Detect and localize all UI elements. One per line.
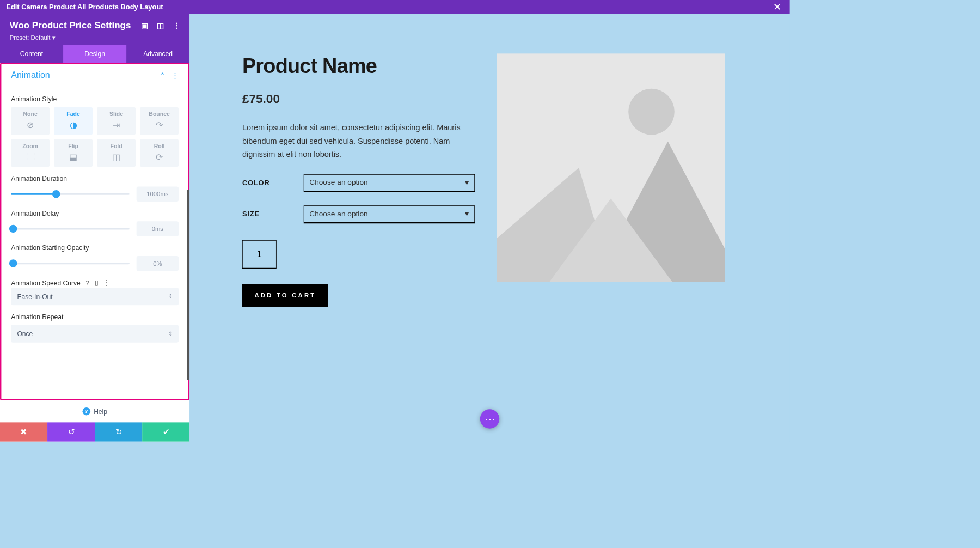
duration-slider[interactable]	[11, 193, 130, 195]
size-select[interactable]: Choose an option ▾	[304, 205, 475, 223]
select-caret-icon: ⇕	[168, 293, 173, 299]
settings-tabs: Content Design Advanced	[0, 45, 189, 63]
product-preview: Product Name £75.00 Lorem ipsum dolor si…	[189, 14, 790, 442]
speed-curve-label: Animation Speed Curve	[11, 279, 81, 287]
repeat-select[interactable]: Once ⇕	[11, 325, 179, 342]
tab-advanced[interactable]: Advanced	[126, 45, 189, 63]
window-titlebar: Edit Camera Product All Products Body La…	[0, 0, 790, 14]
color-placeholder: Choose an option	[309, 178, 367, 187]
speed-curve-value: Ease-In-Out	[17, 293, 52, 300]
repeat-value: Once	[17, 330, 33, 338]
size-label: SIZE	[242, 210, 304, 218]
duration-label: Animation Duration	[11, 175, 179, 182]
animation-style-roll[interactable]: Roll⟳	[140, 139, 179, 167]
color-select[interactable]: Choose an option ▾	[304, 174, 475, 192]
help-label: Help	[94, 407, 107, 415]
animation-style-bounce[interactable]: Bounce↷	[140, 107, 179, 135]
window-title: Edit Camera Product All Products Body La…	[6, 3, 163, 11]
animation-style-grid: None⊘Fade◑Slide⇥Bounce↷Zoom⛶Flip⬓Fold◫Ro…	[11, 107, 179, 167]
help-icon[interactable]: ?	[86, 279, 90, 287]
delay-slider[interactable]	[11, 228, 130, 229]
curve-more-icon[interactable]: ⋮	[103, 279, 110, 287]
tab-design[interactable]: Design	[63, 45, 126, 63]
responsive-icon[interactable]: ▯	[95, 279, 98, 287]
more-icon[interactable]: ⋮	[173, 21, 180, 30]
chevron-down-icon: ▾	[465, 178, 469, 187]
section-title: Animation	[11, 70, 50, 81]
animation-style-fold[interactable]: Fold◫	[97, 139, 136, 167]
animation-style-label: Animation Style	[11, 95, 179, 103]
animation-style-slide[interactable]: Slide⇥	[97, 107, 136, 135]
animation-panel: Animation ⌃ ⋮ Animation Style None⊘Fade◑…	[0, 63, 189, 400]
section-more-icon[interactable]: ⋮	[171, 71, 179, 80]
repeat-label: Animation Repeat	[11, 313, 179, 321]
expand-icon[interactable]: ▣	[141, 21, 148, 30]
help-link[interactable]: ? Help	[0, 400, 189, 422]
animation-style-fade[interactable]: Fade◑	[54, 107, 93, 135]
close-icon[interactable]: ✕	[770, 1, 783, 13]
speed-curve-select[interactable]: Ease-In-Out ⇕	[11, 288, 179, 305]
opacity-slider[interactable]	[11, 263, 130, 264]
columns-icon[interactable]: ◫	[157, 21, 164, 30]
product-title: Product Name	[242, 53, 475, 77]
tab-content[interactable]: Content	[0, 45, 63, 63]
product-image-placeholder	[497, 53, 725, 282]
chevron-down-icon: ▾	[465, 209, 469, 218]
animation-style-zoom[interactable]: Zoom⛶	[11, 139, 50, 167]
sidebar-header: Woo Product Price Settings ▣ ◫ ⋮ Preset:…	[0, 14, 189, 45]
opacity-value[interactable]: 0%	[137, 256, 179, 271]
quantity-input[interactable]: 1	[242, 240, 277, 269]
delay-value[interactable]: 0ms	[137, 221, 179, 236]
color-label: COLOR	[242, 179, 304, 187]
save-button[interactable]: ✔	[142, 422, 189, 441]
delay-label: Animation Delay	[11, 209, 179, 217]
help-badge-icon: ?	[82, 407, 90, 416]
opacity-label: Animation Starting Opacity	[11, 244, 179, 252]
chevron-up-icon[interactable]: ⌃	[160, 71, 165, 80]
product-description: Lorem ipsum dolor sit amet, consectetur …	[242, 121, 475, 161]
add-to-cart-button[interactable]: ADD TO CART	[242, 284, 328, 307]
select-caret-icon: ⇕	[168, 331, 173, 337]
undo-button[interactable]: ↺	[47, 422, 95, 441]
bottom-action-bar: ✖ ↺ ↻ ✔	[0, 422, 189, 441]
settings-title: Woo Product Price Settings	[10, 20, 131, 31]
duration-value[interactable]: 1000ms	[137, 187, 179, 202]
section-header-animation[interactable]: Animation ⌃ ⋮	[1, 64, 188, 84]
animation-style-none[interactable]: None⊘	[11, 107, 50, 135]
settings-sidebar: Woo Product Price Settings ▣ ◫ ⋮ Preset:…	[0, 14, 189, 442]
animation-style-flip[interactable]: Flip⬓	[54, 139, 93, 167]
size-placeholder: Choose an option	[309, 210, 367, 218]
cancel-button[interactable]: ✖	[0, 422, 47, 441]
builder-fab-button[interactable]: ⋯	[480, 409, 499, 428]
product-price: £75.00	[242, 92, 475, 106]
preset-selector[interactable]: Preset: Default	[10, 34, 180, 41]
panel-body: Animation Style None⊘Fade◑Slide⇥Bounce↷Z…	[1, 84, 188, 351]
redo-button[interactable]: ↻	[95, 422, 142, 441]
